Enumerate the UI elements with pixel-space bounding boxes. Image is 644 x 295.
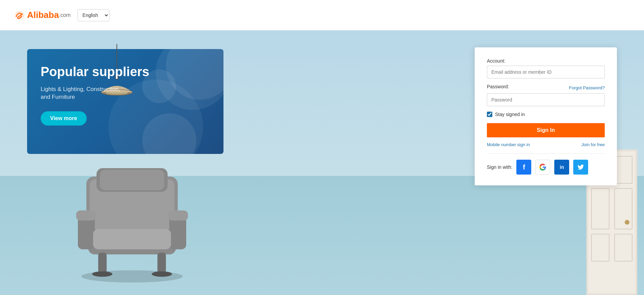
facebook-icon: f bbox=[523, 163, 525, 171]
social-signin-area: Sign in with: f in bbox=[487, 160, 605, 175]
svg-point-14 bbox=[625, 220, 629, 225]
svg-rect-27 bbox=[157, 253, 166, 273]
logo[interactable]: Alibaba.com bbox=[14, 10, 71, 20]
main-area: Popular suppliers Lights & Lighting, Con… bbox=[0, 30, 644, 295]
alibaba-icon bbox=[14, 10, 26, 20]
stay-signed-checkbox[interactable] bbox=[487, 112, 492, 117]
social-label: Sign in with: bbox=[487, 164, 512, 170]
account-group: Account: bbox=[487, 58, 605, 78]
twitter-signin-button[interactable] bbox=[573, 160, 588, 175]
header: Alibaba.com English Chinese Spanish Fren… bbox=[0, 0, 644, 30]
language-select[interactable]: English Chinese Spanish French bbox=[78, 9, 109, 21]
twitter-icon bbox=[577, 164, 584, 171]
password-input[interactable] bbox=[487, 93, 605, 106]
lamp-image bbox=[96, 44, 137, 118]
chair-image bbox=[68, 150, 196, 295]
stay-signed-group: Stay signed in bbox=[487, 112, 605, 117]
signin-links: Mobile number sign in Join for free bbox=[487, 142, 605, 147]
logo-alibaba: Alibaba bbox=[27, 10, 59, 20]
mobile-signin-link[interactable]: Mobile number sign in bbox=[487, 142, 530, 147]
account-input[interactable] bbox=[487, 66, 605, 78]
svg-point-30 bbox=[81, 270, 183, 282]
signin-button[interactable]: Sign In bbox=[487, 123, 605, 137]
forgot-password-link[interactable]: Forgot Password? bbox=[569, 85, 605, 90]
promo-subtitle: Lights & Lighting, Construction,and Furn… bbox=[41, 85, 210, 101]
promo-title: Popular suppliers bbox=[41, 64, 210, 80]
linkedin-icon: in bbox=[560, 164, 564, 170]
linkedin-signin-button[interactable]: in bbox=[554, 160, 569, 175]
google-signin-button[interactable] bbox=[535, 160, 550, 175]
svg-rect-26 bbox=[98, 253, 107, 273]
svg-rect-25 bbox=[93, 229, 171, 249]
account-label: Account: bbox=[487, 58, 605, 64]
svg-point-0 bbox=[21, 14, 23, 15]
google-icon bbox=[539, 164, 546, 171]
facebook-signin-button[interactable]: f bbox=[516, 160, 531, 175]
stay-signed-label: Stay signed in bbox=[495, 112, 525, 117]
svg-rect-20 bbox=[100, 170, 164, 190]
svg-rect-22 bbox=[76, 210, 96, 221]
logo-com: .com bbox=[59, 12, 71, 18]
svg-rect-24 bbox=[168, 210, 188, 221]
signin-card: Account: Password: Forgot Password? Stay… bbox=[475, 47, 617, 185]
divider bbox=[487, 153, 605, 154]
view-more-button[interactable]: View more bbox=[41, 111, 87, 126]
password-label: Password: bbox=[487, 84, 509, 89]
password-group: Password: Forgot Password? bbox=[487, 84, 605, 106]
join-free-link[interactable]: Join for free bbox=[581, 142, 605, 147]
